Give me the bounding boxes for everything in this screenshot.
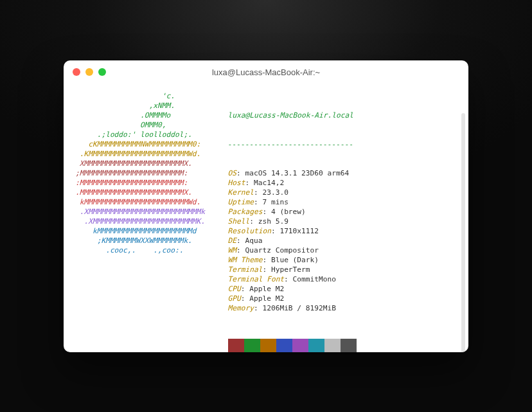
info-key: Resolution (228, 227, 271, 235)
info-key: Shell (228, 217, 250, 226)
ascii-line: cKMMMMMMMMMMNWMMMMMMMMMM0: (75, 139, 214, 149)
ascii-line: .MMMMMMMMMMMMMMMMMMMMMMMMX. (75, 188, 214, 197)
info-value: zsh 5.9 (258, 217, 288, 226)
info-host: Lucass-MacBook-Air.local (249, 111, 353, 120)
info-value: Mac14,2 (254, 179, 284, 187)
ascii-line: ,xNMM. (75, 101, 214, 111)
terminal-window: luxa@Lucass-MacBook-Air:~ 'c. ,xNMM. .OM… (64, 60, 468, 352)
zoom-icon[interactable] (98, 68, 106, 76)
info-row: Uptime: 7 mins (228, 197, 357, 207)
ascii-line: .XMMMMMMMMMMMMMMMMMMMMMMMMMMk (75, 207, 214, 217)
info-value: CommitMono (293, 275, 336, 283)
minimize-icon[interactable] (85, 68, 93, 76)
info-value: 7 mins (262, 198, 288, 206)
titlebar: luxa@Lucass-MacBook-Air:~ (64, 60, 468, 84)
info-row: Memory: 1206MiB / 8192MiB (228, 303, 357, 313)
color-swatch (324, 339, 341, 352)
info-row: Resolution: 1710x1112 (228, 226, 357, 236)
color-swatch (308, 339, 324, 352)
info-key: WM (228, 246, 236, 255)
system-info: luxa@Lucass-MacBook-Air.local ----------… (228, 91, 357, 352)
info-header: luxa@Lucass-MacBook-Air.local (228, 111, 357, 120)
color-swatches (228, 339, 357, 352)
info-key: WM Theme (228, 256, 263, 264)
ascii-line: .KMMMMMMMMMMMMMMMMMMMMMMMWd. (75, 149, 214, 159)
ascii-line: ;MMMMMMMMMMMMMMMMMMMMMMMM: (75, 168, 214, 178)
close-icon[interactable] (73, 68, 80, 76)
ascii-line: .;loddo:' loolloddol;. (75, 130, 214, 139)
info-key: OS (228, 169, 236, 177)
color-swatch (276, 339, 292, 352)
ascii-line: kMMMMMMMMMMMMMMMMMMMMMMd (75, 226, 214, 236)
info-key: CPU (228, 285, 241, 293)
info-row: CPU: Apple M2 (228, 284, 357, 294)
ascii-line: :MMMMMMMMMMMMMMMMMMMMMMMM: (75, 178, 214, 188)
color-swatch (244, 339, 260, 352)
ascii-line: XMMMMMMMMMMMMMMMMMMMMMMMX. (75, 159, 214, 168)
color-swatch (260, 339, 276, 352)
info-key: GPU (228, 294, 241, 303)
info-value: 1710x1112 (279, 227, 319, 235)
info-key: DE (228, 237, 236, 245)
ascii-line: 'c. (75, 91, 214, 101)
info-key: Terminal (228, 265, 263, 274)
info-row: Packages: 4 (brew) (228, 207, 357, 217)
info-key: Host (228, 179, 245, 187)
info-rows: OS: macOS 14.3.1 23D60 arm64Host: Mac14,… (228, 168, 357, 313)
terminal-content[interactable]: 'c. ,xNMM. .OMMMMo OMMM0, .;loddo:' lool… (64, 84, 468, 352)
info-key: Memory (228, 304, 254, 312)
ascii-logo: 'c. ,xNMM. .OMMMMo OMMM0, .;loddo:' lool… (75, 91, 214, 352)
info-value: 1206MiB / 8192MiB (262, 304, 336, 312)
info-key: Kernel (228, 188, 254, 197)
window-title: luxa@Lucass-MacBook-Air:~ (64, 67, 468, 77)
info-value: 23.3.0 (262, 188, 288, 197)
info-value: Apple M2 (249, 285, 284, 293)
ascii-line: kMMMMMMMMMMMMMMMMMMMMMMMMWd. (75, 197, 214, 207)
info-row: GPU: Apple M2 (228, 294, 357, 303)
color-swatch (341, 339, 357, 352)
info-row: Terminal: HyperTerm (228, 265, 357, 274)
info-value: Aqua (245, 237, 263, 245)
ascii-line: OMMM0, (75, 120, 214, 130)
ascii-line: .OMMMMo (75, 111, 214, 120)
ascii-line: ;KMMMMMMMWXXWMMMMMMMk. (75, 236, 214, 246)
info-value: HyperTerm (271, 265, 310, 274)
traffic-lights (64, 68, 106, 76)
info-row: Kernel: 23.3.0 (228, 188, 357, 197)
ascii-line: .XMMMMMMMMMMMMMMMMMMMMMMMMK. (75, 217, 214, 226)
info-key: Uptime (228, 198, 254, 206)
info-value: Quartz Compositor (245, 246, 319, 255)
info-value: macOS 14.3.1 23D60 arm64 (245, 169, 350, 177)
info-key: Terminal Font (228, 275, 285, 283)
info-key: Packages (228, 208, 263, 216)
color-swatch (228, 339, 244, 352)
info-row: WM Theme: Blue (Dark) (228, 255, 357, 265)
info-value: Apple M2 (249, 294, 284, 303)
ascii-line: .cooc,. .,coo:. (75, 246, 214, 255)
info-separator: ----------------------------- (228, 139, 357, 149)
info-row: Shell: zsh 5.9 (228, 217, 357, 226)
info-row: Terminal Font: CommitMono (228, 274, 357, 284)
color-swatch (292, 339, 308, 352)
info-user: luxa (228, 111, 245, 120)
info-row: WM: Quartz Compositor (228, 246, 357, 255)
info-value: Blue (Dark) (271, 256, 319, 264)
info-row: Host: Mac14,2 (228, 178, 357, 188)
scrollbar[interactable] (461, 113, 465, 352)
info-row: OS: macOS 14.3.1 23D60 arm64 (228, 168, 357, 178)
info-row: DE: Aqua (228, 236, 357, 246)
info-value: 4 (brew) (271, 208, 306, 216)
